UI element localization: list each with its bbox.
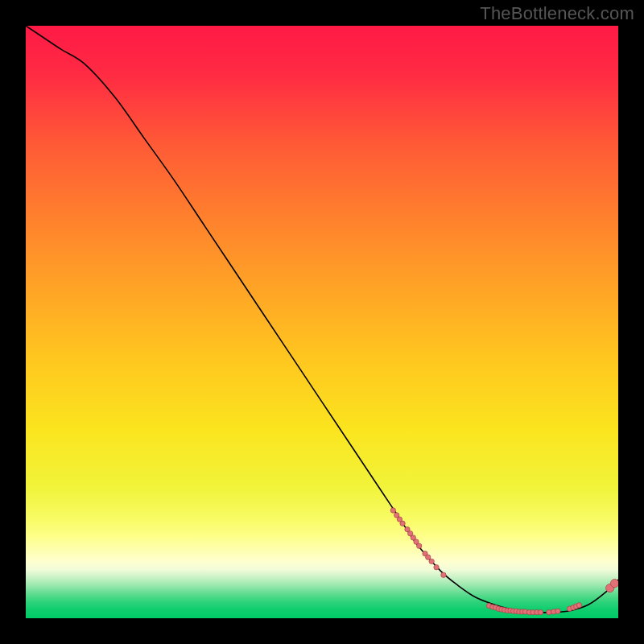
gradient-background [26, 26, 618, 618]
data-point [538, 609, 543, 614]
data-point [390, 508, 395, 513]
data-point [441, 572, 446, 577]
data-point [426, 555, 431, 559]
data-point [434, 565, 439, 570]
chart-svg [26, 26, 618, 618]
data-point [417, 543, 422, 548]
data-point [400, 521, 405, 526]
data-point [610, 579, 618, 587]
data-point [429, 559, 434, 564]
data-point [547, 609, 551, 614]
watermark-text: TheBottleneck.com [480, 3, 634, 24]
data-point [555, 609, 560, 613]
plot-area [26, 26, 618, 618]
chart-container: TheBottleneck.com [0, 0, 644, 644]
data-point [576, 603, 581, 608]
